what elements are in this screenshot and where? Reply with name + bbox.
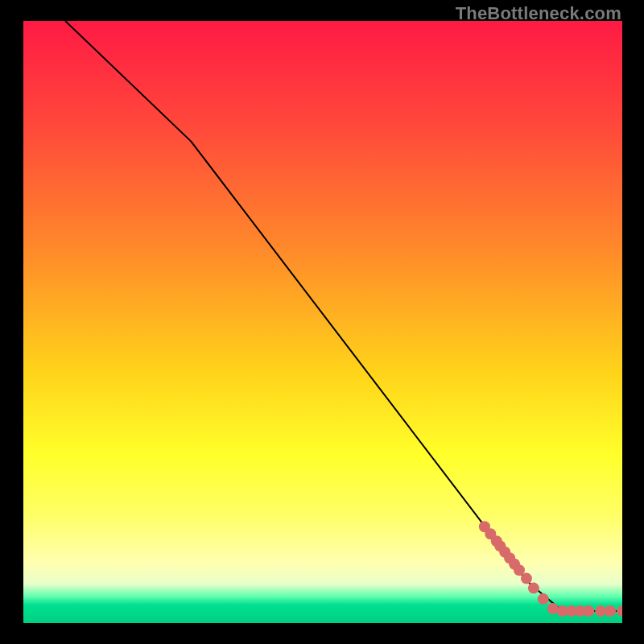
tail-marker (547, 603, 559, 614)
chart-overlay (23, 21, 622, 623)
bottleneck-curve (65, 21, 622, 611)
tail-marker (528, 583, 539, 594)
tail-marker (605, 605, 616, 617)
tail-marker (583, 605, 594, 617)
tail-marker (521, 573, 532, 584)
chart-frame: TheBottleneck.com (0, 0, 644, 644)
tail-marker (617, 605, 622, 617)
plot-area (23, 21, 622, 623)
tail-markers-group (479, 521, 622, 617)
tail-marker (538, 593, 549, 605)
